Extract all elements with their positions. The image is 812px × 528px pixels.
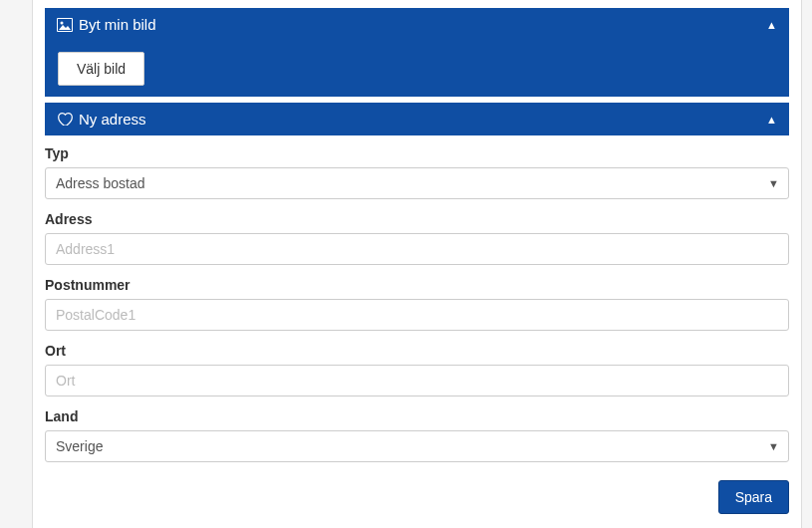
caret-up-icon: ▲ xyxy=(766,114,777,126)
type-label: Typ xyxy=(45,145,789,161)
svg-point-2 xyxy=(61,21,64,24)
change-image-title: Byt min bild xyxy=(79,16,156,33)
image-icon xyxy=(57,18,73,32)
save-button[interactable]: Spara xyxy=(718,480,789,514)
new-address-title: Ny adress xyxy=(79,111,146,128)
change-image-body: Välj bild xyxy=(45,41,789,97)
address-label: Adress xyxy=(45,211,789,227)
city-label: Ort xyxy=(45,343,789,359)
new-address-header[interactable]: Ny adress ▲ xyxy=(45,103,789,135)
city-input[interactable] xyxy=(45,365,789,396)
choose-image-button[interactable]: Välj bild xyxy=(58,52,144,86)
heart-icon xyxy=(57,113,73,127)
change-image-header[interactable]: Byt min bild ▲ xyxy=(45,8,789,41)
type-select[interactable]: Adress bostad xyxy=(45,167,789,199)
country-select[interactable]: Sverige xyxy=(45,430,789,462)
new-address-form: Typ Adress bostad ▼ Adress Postnummer Or… xyxy=(45,135,789,528)
postalcode-input[interactable] xyxy=(45,299,789,331)
address-input[interactable] xyxy=(45,233,789,265)
postalcode-label: Postnummer xyxy=(45,277,789,293)
main-content-panel: Byt min bild ▲ Välj bild Ny adress ▲ Typ… xyxy=(32,0,802,528)
country-label: Land xyxy=(45,408,789,424)
caret-up-icon: ▲ xyxy=(766,19,777,31)
